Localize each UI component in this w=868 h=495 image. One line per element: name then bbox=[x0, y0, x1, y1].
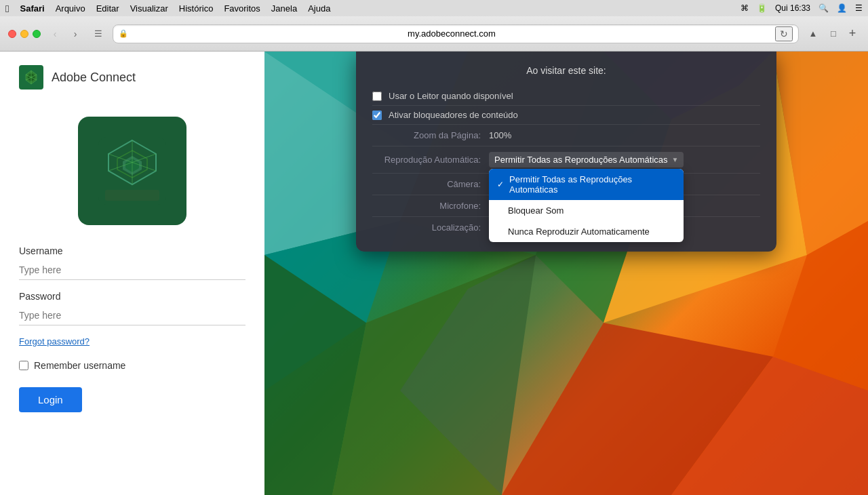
remember-label: Remember username bbox=[34, 360, 125, 371]
popup-reader-row: Usar o Leitor quando disponível bbox=[372, 87, 760, 106]
username-input[interactable] bbox=[19, 260, 245, 280]
autoplay-dropdown-trigger[interactable]: Permitir Todas as Reproduções Automática… bbox=[489, 152, 684, 167]
popup-zoom-row: Zoom da Página: 100% bbox=[372, 125, 760, 146]
menu-bar-right: ⌘ 🔋 Qui 16:33 🔍 👤 ☰ bbox=[741, 3, 863, 13]
traffic-lights bbox=[8, 30, 41, 38]
menu-janela[interactable]: Janela bbox=[271, 3, 297, 14]
camera-label: Câmera: bbox=[372, 179, 481, 189]
autoplay-dropdown-container: Permitir Todas as Reproduções Automática… bbox=[489, 152, 684, 167]
chevron-down-icon: ▼ bbox=[672, 156, 679, 163]
password-input[interactable] bbox=[19, 306, 245, 325]
toolbar-right-buttons: ▲ □ + bbox=[804, 26, 860, 41]
tab-overview-button[interactable]: □ bbox=[825, 26, 842, 41]
dropdown-option-2[interactable]: Nunca Reproduzir Automaticamente bbox=[489, 221, 684, 242]
popup-autoplay-row: Reprodução Automática: Permitir Todas as… bbox=[372, 146, 760, 174]
wifi-icon: ⌘ bbox=[741, 3, 749, 13]
app-logo-small bbox=[19, 65, 43, 90]
dropdown-option-0[interactable]: ✓ Permitir Todas as Reproduções Automáti… bbox=[489, 169, 684, 200]
back-button[interactable]: ‹ bbox=[46, 26, 64, 41]
dropdown-option-0-label: Permitir Todas as Reproduções Automática… bbox=[509, 174, 675, 195]
login-panel: Adobe Connect Username bbox=[0, 52, 264, 495]
autoplay-label: Reprodução Automática: bbox=[372, 155, 481, 165]
reader-label: Usar o Leitor quando disponível bbox=[389, 91, 513, 101]
remember-row: Remember username bbox=[19, 360, 245, 371]
sidebar-toggle-icon[interactable]: ☰ bbox=[855, 3, 863, 13]
content-blocker-label: Ativar bloqueadores de conteúdo bbox=[389, 110, 518, 120]
popup-title: Ao visitar este site: bbox=[372, 65, 760, 76]
nav-buttons: ‹ › bbox=[46, 26, 84, 41]
menu-favoritos[interactable]: Favoritos bbox=[224, 3, 260, 14]
menu-visualizar[interactable]: Visualizar bbox=[130, 3, 168, 14]
forgot-password-link[interactable]: Forgot password? bbox=[19, 336, 245, 346]
maximize-button[interactable] bbox=[33, 30, 41, 38]
browser-toolbar: ‹ › ☰ 🔒 my.adobeconnect.com ↻ ▲ □ + bbox=[0, 16, 868, 52]
time-display: Qui 16:33 bbox=[775, 3, 810, 13]
popup-content-blocker-row: Ativar bloqueadores de conteúdo bbox=[372, 106, 760, 125]
menu-bar:  Safari Arquivo Editar Visualizar Histó… bbox=[0, 0, 868, 16]
avatar-icon[interactable]: 👤 bbox=[837, 3, 847, 13]
content-area: Adobe Connect Username bbox=[0, 52, 868, 495]
login-button[interactable]: Login bbox=[19, 387, 82, 412]
reader-view-button[interactable]: ☰ bbox=[90, 26, 107, 41]
reload-button[interactable]: ↻ bbox=[775, 26, 793, 41]
new-tab-button[interactable]: + bbox=[845, 26, 860, 41]
check-icon: ✓ bbox=[497, 180, 504, 189]
autoplay-dropdown-list: ✓ Permitir Todas as Reproduções Automáti… bbox=[489, 169, 684, 242]
microphone-label: Microfone: bbox=[372, 201, 481, 211]
app-name: Adobe Connect bbox=[52, 71, 136, 85]
svg-rect-13 bbox=[105, 190, 159, 201]
forward-button[interactable]: › bbox=[66, 26, 84, 41]
autoplay-selected: Permitir Todas as Reproduções Automática… bbox=[494, 155, 668, 165]
dropdown-option-1[interactable]: Bloquear Som bbox=[489, 200, 684, 221]
menu-safari[interactable]: Safari bbox=[20, 3, 44, 14]
app-logo-large bbox=[78, 117, 186, 225]
username-label: Username bbox=[19, 245, 245, 256]
share-button[interactable]: ▲ bbox=[804, 26, 822, 41]
menu-editar[interactable]: Editar bbox=[96, 3, 119, 14]
close-button[interactable] bbox=[8, 30, 16, 38]
safari-site-popup: Ao visitar este site: Usar o Leitor quan… bbox=[356, 52, 776, 252]
battery-icon: 🔋 bbox=[757, 3, 767, 13]
zoom-label: Zoom da Página: bbox=[372, 130, 481, 140]
menu-arquivo[interactable]: Arquivo bbox=[56, 3, 85, 14]
background-panel: Ao visitar este site: Usar o Leitor quan… bbox=[264, 52, 868, 495]
remember-checkbox[interactable] bbox=[19, 361, 28, 370]
address-text: my.adobeconnect.com bbox=[131, 28, 772, 39]
address-bar[interactable]: 🔒 my.adobeconnect.com ↻ bbox=[113, 24, 799, 43]
lock-icon: 🔒 bbox=[119, 29, 128, 38]
logo-area: Adobe Connect bbox=[0, 52, 264, 103]
search-icon[interactable]: 🔍 bbox=[818, 3, 829, 13]
location-label: Localização: bbox=[372, 222, 481, 233]
reader-checkbox[interactable] bbox=[372, 92, 382, 101]
menu-bar-left:  Safari Arquivo Editar Visualizar Histó… bbox=[5, 3, 330, 14]
apple-menu[interactable]:  bbox=[5, 3, 9, 14]
login-form: Username Password Forgot password? Remem… bbox=[0, 245, 264, 412]
menu-ajuda[interactable]: Ajuda bbox=[308, 3, 330, 14]
minimize-button[interactable] bbox=[20, 30, 28, 38]
dropdown-option-2-label: Nunca Reproduzir Automaticamente bbox=[508, 226, 650, 237]
menu-historico[interactable]: Histórico bbox=[179, 3, 214, 14]
zoom-value: 100% bbox=[489, 130, 511, 140]
dropdown-option-1-label: Bloquear Som bbox=[508, 205, 564, 216]
content-blocker-checkbox[interactable] bbox=[372, 111, 382, 120]
password-label: Password bbox=[19, 291, 245, 302]
